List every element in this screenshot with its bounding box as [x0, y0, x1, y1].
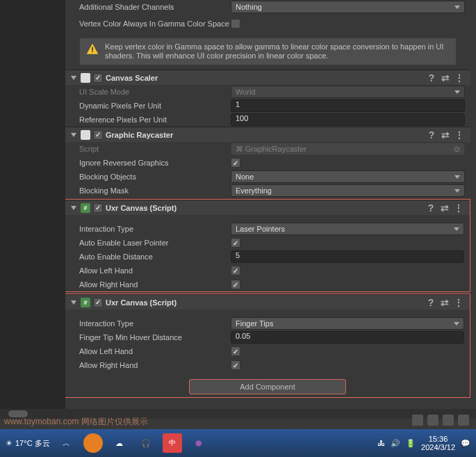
- auto-enable-distance-row: Auto Enable Distance 5: [65, 250, 470, 264]
- help-button[interactable]: ?: [426, 129, 437, 141]
- preset-button[interactable]: ⇄: [439, 297, 450, 308]
- interaction-type-row: Interaction Type Laser Pointers: [65, 222, 470, 236]
- left-gutter: [0, 0, 65, 419]
- taskbar-clock[interactable]: 15:36 2024/3/12: [421, 435, 455, 451]
- additional-shader-channels-row: Additional Shader Channels Nothing: [65, 0, 470, 14]
- taskbar-app-icon[interactable]: ☁: [110, 433, 129, 453]
- reference-pixels-input[interactable]: 100: [231, 113, 465, 126]
- ignore-reversed-checkbox[interactable]: [231, 158, 240, 168]
- help-button[interactable]: ?: [425, 297, 436, 308]
- additional-shader-channels-dropdown[interactable]: Nothing: [231, 1, 465, 13]
- taskbar-app-icon[interactable]: [83, 433, 103, 453]
- system-tray[interactable]: 🖧 🔊 🔋 15:36 2024/3/12 💬: [377, 435, 470, 451]
- allow-left-hand-checkbox[interactable]: [231, 346, 240, 356]
- allow-right-hand-label: Allow Right Hand: [79, 361, 231, 369]
- canvas-scaler-title: Canvas Scaler: [106, 74, 423, 82]
- notifications-icon[interactable]: 💬: [461, 439, 470, 448]
- windows-taskbar[interactable]: ☀17°C 多云 ︿ ☁ 🎧 中 ⬢ 🖧 🔊 🔋 15:36 2024/3/12…: [0, 429, 476, 457]
- ui-scale-mode-dropdown: World: [231, 86, 465, 98]
- uxr-canvas-2-enable-checkbox[interactable]: [93, 298, 103, 307]
- weather-widget[interactable]: ☀17°C 多云: [6, 438, 50, 449]
- preset-button[interactable]: ⇄: [440, 72, 451, 83]
- volume-icon[interactable]: 🔊: [391, 439, 400, 448]
- taskbar-ime-icon[interactable]: 中: [163, 433, 182, 453]
- canvas-scaler-header[interactable]: Canvas Scaler ? ⇄ ⋮: [65, 70, 470, 85]
- object-picker-icon[interactable]: ⊙: [454, 145, 460, 154]
- allow-right-hand-checkbox[interactable]: [231, 280, 240, 289]
- reference-pixels-label: Reference Pixels Per Unit: [79, 115, 231, 124]
- allow-left-hand-checkbox[interactable]: [231, 266, 240, 275]
- menu-button[interactable]: ⋮: [454, 129, 465, 141]
- foldout-icon[interactable]: [71, 206, 76, 210]
- blocking-mask-label: Blocking Mask: [79, 186, 231, 195]
- allow-right-hand-checkbox[interactable]: [231, 360, 240, 370]
- script-icon: #: [81, 203, 90, 213]
- uxr-canvas-1-header[interactable]: # Uxr Canvas (Script) ? ⇄ ⋮: [65, 200, 470, 215]
- watermark-text: www.toymoban.com 网络图片仅供展示: [4, 416, 148, 428]
- script-row: Script ⌘ GraphicRaycaster⊙: [65, 142, 470, 156]
- graphic-raycaster-header[interactable]: ⊡ Graphic Raycaster ? ⇄ ⋮: [65, 127, 470, 142]
- finger-tip-distance-input[interactable]: 0.05: [231, 331, 464, 344]
- graphic-raycaster-enable-checkbox[interactable]: [93, 130, 103, 140]
- help-button[interactable]: ?: [425, 202, 436, 214]
- reference-pixels-row: Reference Pixels Per Unit 100: [65, 113, 470, 127]
- dynamic-pixels-label: Dynamic Pixels Per Unit: [79, 102, 231, 110]
- blocking-mask-dropdown[interactable]: Everything: [231, 184, 465, 197]
- auto-enable-distance-input[interactable]: 5: [231, 250, 464, 263]
- status-icon[interactable]: [412, 415, 423, 426]
- status-icon[interactable]: [443, 415, 454, 426]
- menu-button[interactable]: ⋮: [454, 72, 465, 83]
- uxr-canvas-2-title: Uxr Canvas (Script): [106, 298, 422, 307]
- taskbar-app-icon[interactable]: 🎧: [136, 433, 156, 453]
- interaction-type-dropdown[interactable]: Laser Pointers: [231, 223, 464, 235]
- vertex-color-gamma-label: Vertex Color Always In Gamma Color Space: [79, 19, 231, 28]
- gamma-warning-box: Keep vertex color in Gamma space to allo…: [79, 38, 457, 65]
- script-icon: #: [81, 298, 90, 307]
- uxr-canvas-2-header[interactable]: # Uxr Canvas (Script) ? ⇄ ⋮: [65, 294, 470, 310]
- ui-scale-mode-row: UI Scale Mode World: [65, 85, 470, 99]
- blocking-objects-row: Blocking Objects None: [65, 170, 470, 184]
- allow-left-hand-label: Allow Left Hand: [79, 266, 231, 275]
- foldout-icon[interactable]: [71, 133, 76, 137]
- finger-tip-distance-row: Finger Tip Min Hover Distance 0.05: [65, 330, 470, 344]
- menu-button[interactable]: ⋮: [453, 297, 464, 308]
- auto-enable-laser-checkbox[interactable]: [231, 238, 240, 248]
- warning-icon: [85, 42, 99, 56]
- inspector-panel: Additional Shader Channels Nothing Verte…: [65, 0, 470, 419]
- taskbar-chevron-icon[interactable]: ︿: [57, 433, 76, 453]
- status-icon[interactable]: [458, 415, 469, 426]
- blocking-objects-dropdown[interactable]: None: [231, 170, 465, 183]
- auto-enable-laser-label: Auto Enable Laser Pointer: [79, 239, 231, 247]
- battery-icon[interactable]: 🔋: [406, 439, 416, 448]
- help-button[interactable]: ?: [426, 72, 437, 83]
- auto-enable-distance-label: Auto Enable Distance: [79, 252, 231, 261]
- foldout-icon[interactable]: [71, 76, 76, 80]
- interaction-type-dropdown[interactable]: Finger Tips: [231, 317, 464, 330]
- canvas-scaler-enable-checkbox[interactable]: [93, 73, 103, 83]
- gamma-warning-text: Keep vertex color in Gamma space to allo…: [105, 42, 450, 61]
- network-icon[interactable]: 🖧: [377, 439, 385, 447]
- blocking-mask-row: Blocking Mask Everything: [65, 184, 470, 198]
- vertex-color-gamma-checkbox[interactable]: [231, 19, 240, 29]
- interaction-type-label: Interaction Type: [79, 225, 231, 233]
- allow-left-hand-row: Allow Left Hand: [65, 344, 470, 358]
- add-component-button[interactable]: Add Component: [189, 379, 346, 394]
- svg-rect-1: [92, 51, 93, 53]
- ui-scale-mode-label: UI Scale Mode: [79, 88, 231, 96]
- menu-button[interactable]: ⋮: [453, 202, 464, 214]
- preset-button[interactable]: ⇄: [440, 129, 451, 141]
- allow-left-hand-row: Allow Left Hand: [65, 264, 470, 278]
- interaction-type-row: Interaction Type Finger Tips: [65, 316, 470, 330]
- foldout-icon[interactable]: [71, 300, 76, 305]
- status-icon[interactable]: [427, 415, 438, 426]
- additional-shader-channels-label: Additional Shader Channels: [79, 3, 231, 11]
- uxr-canvas-1-enable-checkbox[interactable]: [93, 203, 103, 213]
- allow-left-hand-label: Allow Left Hand: [79, 347, 231, 355]
- preset-button[interactable]: ⇄: [439, 202, 450, 214]
- dynamic-pixels-input[interactable]: 1: [231, 99, 465, 112]
- ignore-reversed-row: Ignore Reversed Graphics: [65, 156, 470, 170]
- taskbar-app-icon[interactable]: ⬢: [189, 433, 208, 453]
- ignore-reversed-label: Ignore Reversed Graphics: [79, 159, 231, 167]
- script-field: ⌘ GraphicRaycaster⊙: [231, 143, 465, 155]
- allow-right-hand-row: Allow Right Hand: [65, 358, 470, 372]
